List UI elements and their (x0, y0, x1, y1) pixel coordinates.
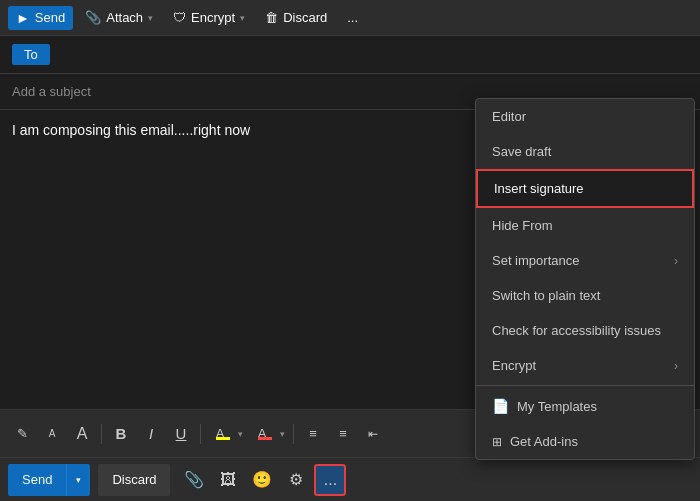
more-options-button[interactable]: ... (339, 6, 366, 29)
discard-button[interactable]: 🗑 Discard (257, 6, 335, 29)
bottom-more-button[interactable]: ... (314, 464, 346, 496)
menu-divider (476, 385, 694, 386)
menu-insert-signature-label: Insert signature (494, 181, 584, 196)
emoji-icon: 🙂 (252, 470, 272, 489)
menu-item-hide-from[interactable]: Hide From (476, 208, 694, 243)
menu-set-importance-label: Set importance (492, 253, 579, 268)
font-color-strip (258, 437, 272, 440)
bottom-more-icon: ... (324, 471, 337, 489)
encrypt-label: Encrypt (191, 10, 235, 25)
bottom-icons-group: 📎 🖼 🙂 ⚙ ... (178, 464, 346, 496)
highlight-color-button[interactable]: A (206, 420, 234, 448)
attach-dropdown-icon: ▾ (148, 13, 153, 23)
attach-file-icon: 📎 (184, 470, 204, 489)
format-separator-2 (200, 424, 201, 444)
encrypt-button[interactable]: 🛡 Encrypt ▾ (165, 6, 253, 29)
format-pencil-button[interactable]: ✎ (8, 420, 36, 448)
discard-label: Discard (283, 10, 327, 25)
schedule-icon: ⚙ (289, 470, 303, 489)
dropdown-menu: Editor Save draft Insert signature Hide … (475, 98, 695, 460)
to-badge[interactable]: To (12, 44, 50, 65)
format-underline-button[interactable]: U (167, 420, 195, 448)
menu-item-save-draft[interactable]: Save draft (476, 134, 694, 169)
body-text: I am composing this email.....right now (12, 122, 250, 138)
bottom-send-dropdown[interactable]: ▾ (66, 464, 90, 496)
format-bold-button[interactable]: B (107, 420, 135, 448)
menu-item-insert-signature[interactable]: Insert signature (476, 169, 694, 208)
font-color-button[interactable]: A (248, 420, 276, 448)
highlight-color-group: A ▾ (206, 420, 246, 448)
menu-switch-plain-label: Switch to plain text (492, 288, 600, 303)
menu-hide-from-label: Hide From (492, 218, 553, 233)
format-indent-button[interactable]: ⇤ (359, 420, 387, 448)
bottom-discard-button[interactable]: Discard (98, 464, 170, 496)
bottom-send-group: Send ▾ (8, 464, 90, 496)
attach-label: Attach (106, 10, 143, 25)
format-separator-1 (101, 424, 102, 444)
to-row: To (0, 36, 700, 74)
menu-item-editor[interactable]: Editor (476, 99, 694, 134)
send-icon: ► (16, 10, 30, 26)
picture-icon: 🖼 (220, 471, 236, 489)
bottom-send-button[interactable]: Send (8, 464, 66, 496)
menu-item-my-templates[interactable]: 📄 My Templates (476, 388, 694, 424)
menu-my-templates-label: My Templates (517, 399, 597, 414)
attach-button[interactable]: 📎 Attach ▾ (77, 6, 161, 29)
insert-picture-button[interactable]: 🖼 (212, 464, 244, 496)
menu-check-accessibility-label: Check for accessibility issues (492, 323, 661, 338)
more-label: ... (347, 10, 358, 25)
send-button[interactable]: ► Send (8, 6, 73, 30)
set-importance-chevron: › (674, 254, 678, 268)
send-dropdown-chevron: ▾ (76, 475, 81, 485)
my-templates-icon: 📄 (492, 398, 509, 414)
shield-icon: 🛡 (173, 10, 186, 25)
encrypt-chevron: › (674, 359, 678, 373)
send-label: Send (35, 10, 65, 25)
format-fontsize-small-button[interactable]: A (38, 420, 66, 448)
menu-editor-label: Editor (492, 109, 526, 124)
font-color-dropdown-arrow[interactable]: ▾ (276, 420, 288, 448)
menu-save-draft-label: Save draft (492, 144, 551, 159)
menu-item-switch-plain[interactable]: Switch to plain text (476, 278, 694, 313)
bottom-bar: Send ▾ Discard 📎 🖼 🙂 ⚙ ... (0, 457, 700, 501)
attach-file-button[interactable]: 📎 (178, 464, 210, 496)
menu-get-add-ins-label: Get Add-ins (510, 434, 578, 449)
font-color-group: A ▾ (248, 420, 288, 448)
get-add-ins-icon: ⊞ (492, 435, 502, 449)
top-toolbar: ► Send 📎 Attach ▾ 🛡 Encrypt ▾ 🗑 Discard … (0, 0, 700, 36)
schedule-send-button[interactable]: ⚙ (280, 464, 312, 496)
encrypt-dropdown-icon: ▾ (240, 13, 245, 23)
highlight-dropdown-arrow[interactable]: ▾ (234, 420, 246, 448)
trash-icon: 🗑 (265, 10, 278, 25)
menu-encrypt-label: Encrypt (492, 358, 536, 373)
paperclip-icon: 📎 (85, 10, 101, 25)
menu-item-check-accessibility[interactable]: Check for accessibility issues (476, 313, 694, 348)
format-numbering-button[interactable]: ≡ (329, 420, 357, 448)
subject-placeholder: Add a subject (12, 84, 91, 99)
insert-emoji-button[interactable]: 🙂 (246, 464, 278, 496)
highlight-color-strip (216, 437, 230, 440)
format-separator-3 (293, 424, 294, 444)
format-bullets-button[interactable]: ≡ (299, 420, 327, 448)
menu-item-set-importance[interactable]: Set importance › (476, 243, 694, 278)
menu-item-get-add-ins[interactable]: ⊞ Get Add-ins (476, 424, 694, 459)
format-fontsize-large-button[interactable]: A (68, 420, 96, 448)
format-italic-button[interactable]: I (137, 420, 165, 448)
menu-item-encrypt[interactable]: Encrypt › (476, 348, 694, 383)
